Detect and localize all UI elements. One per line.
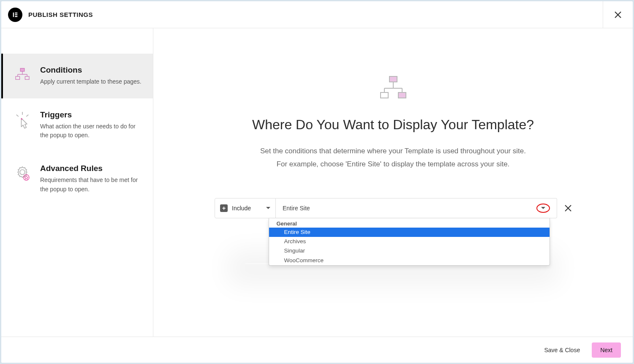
svg-rect-6 (20, 68, 24, 71)
svg-rect-19 (389, 76, 397, 82)
svg-rect-12 (25, 76, 29, 79)
modal-footer: Save & Close Next (1, 337, 633, 363)
plus-icon: + (220, 204, 228, 212)
svg-rect-11 (16, 76, 20, 79)
save-and-close-button[interactable]: Save & Close (544, 347, 580, 353)
click-icon (12, 110, 33, 140)
condition-row: + Include Entire Site (207, 198, 579, 218)
tab-advanced-rules[interactable]: Advanced Rules Requirements that have to… (1, 152, 153, 206)
elementor-logo-icon (8, 8, 22, 22)
tab-content: Triggers What action the user needs to d… (40, 110, 143, 140)
close-icon (565, 205, 571, 212)
dropdown-item-archives[interactable]: Archives (269, 237, 550, 246)
include-left: + Include (220, 204, 251, 212)
dropdown-item-entire-site[interactable]: Entire Site (269, 228, 550, 237)
tab-title: Triggers (40, 110, 143, 120)
tab-triggers[interactable]: Triggers What action the user needs to d… (1, 98, 153, 152)
main-panel: Where Do You Want to Display Your Templa… (153, 28, 633, 337)
close-button[interactable] (603, 1, 623, 28)
sidebar: Conditions Apply current template to the… (1, 28, 153, 337)
sub-line-1: Set the conditions that determine where … (260, 147, 526, 155)
chevron-down-icon (266, 207, 270, 209)
close-icon (614, 11, 622, 19)
dropdown-caret-highlight (536, 204, 550, 213)
svg-line-15 (26, 114, 28, 116)
include-exclude-select[interactable]: + Include (215, 198, 276, 218)
svg-rect-24 (381, 92, 388, 98)
gear-star-icon (12, 164, 33, 194)
include-label: Include (232, 205, 251, 212)
main-inner: Where Do You Want to Display Your Templa… (190, 75, 596, 264)
tab-desc: What action the user needs to do for the… (40, 122, 143, 140)
svg-point-16 (21, 118, 22, 120)
tab-title: Conditions (40, 65, 141, 75)
location-dropdown: General Entire Site Archives Singular Wo… (269, 218, 550, 266)
svg-rect-1 (15, 12, 17, 13)
main-heading: Where Do You Want to Display Your Templa… (207, 117, 579, 133)
modal-body: Conditions Apply current template to the… (1, 28, 633, 337)
publish-settings-modal: PUBLISH SETTINGS (1, 1, 633, 363)
svg-line-14 (16, 114, 19, 116)
main-subtext: Set the conditions that determine where … (207, 144, 579, 171)
location-label: Entire Site (283, 205, 310, 212)
svg-rect-0 (13, 12, 14, 17)
tab-title: Advanced Rules (40, 164, 143, 173)
dropdown-group-label: General (269, 218, 550, 228)
modal-title: PUBLISH SETTINGS (28, 11, 93, 18)
dropdown-item-singular[interactable]: Singular (269, 246, 550, 255)
svg-rect-3 (15, 16, 17, 17)
svg-rect-2 (15, 14, 17, 15)
header-left: PUBLISH SETTINGS (8, 8, 93, 22)
sitemap-icon (12, 65, 33, 87)
hero-sitemap-icon (207, 75, 579, 102)
sub-line-2: For example, choose 'Entire Site' to dis… (277, 160, 510, 168)
tab-content: Advanced Rules Requirements that have to… (40, 164, 143, 194)
chevron-down-icon (541, 207, 545, 209)
location-select[interactable]: Entire Site (276, 198, 557, 218)
tab-content: Conditions Apply current template to the… (40, 65, 141, 87)
tab-conditions[interactable]: Conditions Apply current template to the… (1, 54, 153, 98)
remove-condition-button[interactable] (565, 198, 571, 218)
svg-rect-25 (398, 92, 406, 98)
tab-desc: Apply current template to these pages. (40, 77, 141, 87)
dropdown-item-woocommerce[interactable]: WooCommerce (269, 256, 550, 265)
modal-header: PUBLISH SETTINGS (1, 1, 633, 28)
next-button[interactable]: Next (592, 342, 621, 358)
svg-point-17 (20, 170, 25, 175)
tab-desc: Requirements that have to be met for the… (40, 176, 143, 194)
